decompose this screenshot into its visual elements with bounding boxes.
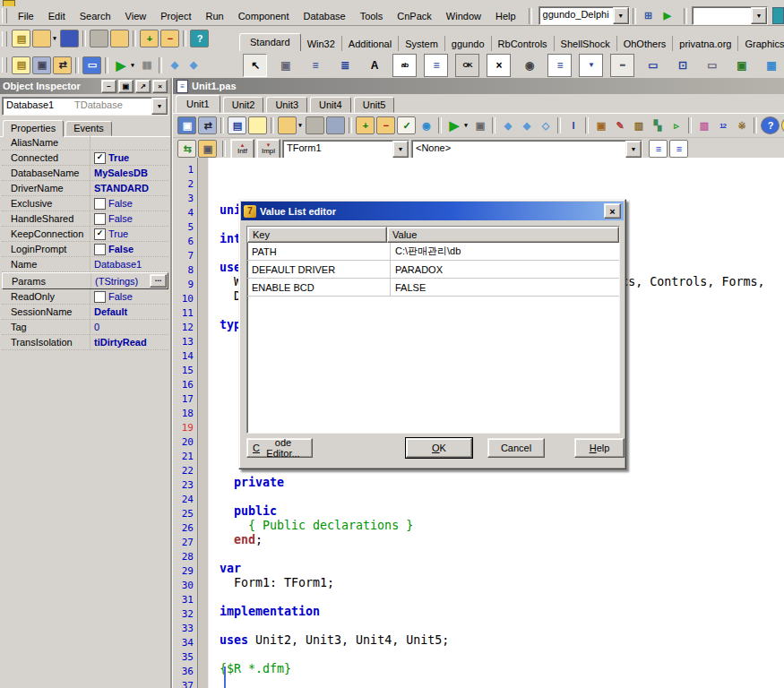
syntax-check-icon[interactable]: ✓ — [397, 116, 416, 134]
configure-tools-icon[interactable]: ※ — [733, 117, 750, 133]
checkbox-icon[interactable] — [94, 291, 106, 303]
property-row-exclusive[interactable]: ExclusiveFalse — [2, 196, 168, 211]
property-value[interactable]: (TStrings)... — [91, 274, 168, 288]
property-value[interactable]: Database1 — [90, 259, 168, 270]
swap-windows-icon[interactable]: ▣ — [198, 140, 217, 158]
editor-tab-unit3[interactable]: Unit3 — [266, 97, 307, 113]
new-items-icon[interactable]: ▤ — [12, 30, 30, 47]
checkbox-icon[interactable] — [94, 244, 106, 255]
property-value[interactable]: Default — [90, 306, 168, 317]
palette-tab-rbcontrols[interactable]: RbControls — [492, 36, 555, 51]
save-all-icon[interactable] — [90, 30, 108, 47]
value-cell[interactable]: PARADOX — [391, 261, 447, 278]
property-row-sessionname[interactable]: SessionNameDefault — [2, 305, 168, 320]
palette-tab-additional[interactable]: Additional — [342, 36, 399, 51]
value-cell[interactable]: FALSE — [391, 279, 430, 296]
restore-button[interactable]: ▣ — [118, 80, 134, 93]
cancel-button[interactable]: Cancel — [487, 438, 545, 458]
undock-button[interactable]: ↗ — [135, 80, 151, 93]
palette-tab-shellshock[interactable]: ShellShock — [555, 36, 617, 51]
run-to-cursor-icon[interactable]: ◇ — [537, 117, 554, 133]
format-code-icon[interactable]: 12 — [714, 117, 731, 133]
remove-file-from-project-icon[interactable]: − — [376, 116, 395, 134]
property-value[interactable]: ✓True — [90, 228, 168, 240]
ok-button[interactable]: OK — [406, 438, 472, 458]
property-value[interactable]: False — [90, 244, 168, 255]
property-row-name[interactable]: NameDatabase1 — [2, 257, 168, 272]
menu-file[interactable]: File — [11, 8, 41, 24]
groupbox-icon[interactable]: ▭ — [642, 55, 664, 76]
run-icon[interactable]: ▶ — [112, 57, 129, 73]
class-combobox[interactable]: TForm1 ▼ — [282, 140, 409, 159]
clipped-toolbar-icon[interactable] — [772, 7, 784, 24]
editor-tab-unit1[interactable]: Unit1 — [176, 95, 220, 113]
object-selector-combobox[interactable]: Database1 TDatabase ▼ — [2, 97, 168, 116]
property-value[interactable]: False — [90, 198, 168, 210]
key-column-header[interactable]: Key — [247, 227, 387, 243]
open-file-dropdown[interactable]: ▾ — [51, 30, 58, 47]
view-unit-icon[interactable]: ▤ — [228, 116, 246, 134]
property-row-aliasname[interactable]: AliasName — [2, 135, 168, 150]
trace-into-icon[interactable]: ◆ — [166, 57, 183, 73]
dialog-titlebar[interactable]: 7 Value List editor × — [241, 202, 624, 220]
menu-run[interactable]: Run — [198, 8, 230, 24]
open-file-icon[interactable] — [278, 116, 297, 134]
add-file-to-project-icon[interactable]: + — [356, 116, 375, 134]
menubar-grip[interactable] — [2, 8, 7, 23]
checkbox-icon[interactable]: ✓ — [94, 152, 106, 164]
label-icon[interactable]: A — [363, 55, 385, 76]
palette-tab-privatna.org[interactable]: privatna.org — [673, 36, 738, 51]
property-value[interactable]: tiDirtyRead — [90, 337, 168, 348]
menu-view[interactable]: View — [118, 8, 154, 24]
code-editor-button[interactable]: Code Editor... — [246, 438, 313, 458]
editor-tab-unit2[interactable]: Unit2 — [223, 97, 264, 113]
value-cell[interactable]: C:\판매관리\db — [391, 243, 465, 260]
close-button[interactable]: × — [152, 80, 168, 93]
combobox-icon[interactable]: ▼ — [579, 54, 603, 77]
property-value[interactable]: STANDARD — [90, 183, 168, 194]
run-dropdown[interactable]: ▾ — [129, 57, 136, 73]
checkbox-icon[interactable] — [94, 198, 106, 210]
panel-icon[interactable]: ▭ — [701, 55, 723, 76]
class-combobox-dropdown[interactable]: ▼ — [392, 141, 409, 158]
run-dropdown[interactable]: ▾ — [462, 117, 470, 133]
palette-tab-win32[interactable]: Win32 — [301, 36, 342, 51]
edit-icon[interactable]: ab — [392, 54, 417, 77]
step-over-icon[interactable]: ◆ — [518, 117, 535, 133]
object-selector-dropdown[interactable]: ▼ — [151, 98, 168, 115]
palette-tab-standard[interactable]: Standard — [239, 33, 301, 51]
file-toolbar-grip[interactable] — [2, 31, 7, 47]
run-parameters-icon[interactable]: ▹ — [668, 117, 685, 133]
radiobutton-icon[interactable]: ◉ — [518, 55, 540, 76]
program-reset-icon[interactable]: ▣ — [471, 117, 488, 133]
view-form-icon[interactable]: ▭ — [82, 56, 101, 74]
property-row-transisolation[interactable]: TransIsolationtiDirtyRead — [2, 335, 168, 350]
checkbox-icon[interactable]: ✓ — [94, 228, 106, 240]
property-value[interactable]: False — [90, 291, 168, 303]
desktop-combobox-dropdown[interactable]: ▼ — [613, 7, 629, 24]
popupmenu-icon[interactable]: ≣ — [333, 55, 356, 76]
print-icon[interactable] — [326, 116, 345, 134]
checkbox-icon[interactable] — [94, 213, 106, 225]
property-row-keepconnection[interactable]: KeepConnection✓True — [2, 227, 168, 242]
property-value[interactable]: False — [90, 213, 168, 225]
compile-icon[interactable]: ◉ — [418, 117, 435, 133]
save-file-icon[interactable] — [306, 116, 324, 134]
menu-edit[interactable]: Edit — [41, 8, 73, 24]
desktop-combobox[interactable]: ggundo_Delphi ▼ — [538, 6, 630, 25]
view-form-icon[interactable]: ▣ — [177, 116, 196, 134]
editor-titlebar[interactable]: ≡ Unit1.pas — [173, 78, 784, 94]
remove-file-from-project-icon[interactable]: − — [160, 30, 179, 47]
pointer-icon[interactable]: ↖ — [243, 54, 267, 77]
layout-combobox-dropdown[interactable]: ▼ — [751, 7, 767, 24]
property-row-handleshared[interactable]: HandleSharedFalse — [2, 211, 168, 227]
key-cell[interactable]: DEFAULT DRIVER — [247, 261, 391, 278]
property-row-tag[interactable]: Tag0 — [2, 320, 168, 335]
save-file-icon[interactable] — [60, 30, 79, 47]
interface-section-button[interactable]: ▲ Intf — [230, 139, 254, 159]
pause-icon[interactable]: ▮▮ — [138, 57, 155, 73]
memo-icon[interactable]: ≡ — [424, 54, 448, 77]
menu-search[interactable]: Search — [73, 8, 118, 24]
value-column-header[interactable]: Value — [387, 227, 619, 243]
view-source-icon[interactable]: ▣ — [32, 56, 51, 74]
